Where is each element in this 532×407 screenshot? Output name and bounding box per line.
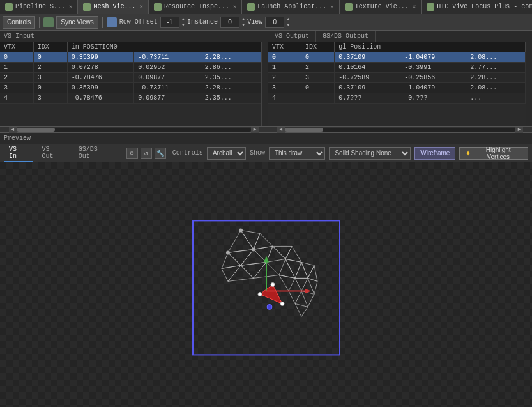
svg-marker-4 bbox=[228, 249, 254, 265]
cell: 2 bbox=[33, 63, 67, 73]
tool-icon-btn[interactable]: 🔧 bbox=[155, 148, 166, 159]
scroll-right-out[interactable]: ► bbox=[515, 127, 523, 133]
vs-output-tab[interactable]: VS Output bbox=[268, 31, 316, 42]
tab-resource-close[interactable]: ✕ bbox=[233, 3, 236, 10]
svg-marker-25 bbox=[295, 303, 308, 316]
wireframe-button[interactable]: Wireframe bbox=[414, 147, 455, 160]
row-offset-label: Row Offset bbox=[119, 19, 158, 26]
highlight-vertices-button[interactable]: ✦ Highlight Vertices bbox=[459, 147, 528, 160]
table-row[interactable]: 4 3 -0.78476 0.09877 2.35... bbox=[0, 93, 261, 104]
vs-output-hscroll[interactable]: ◄ ► bbox=[268, 126, 532, 132]
vs-output-header-row: VTX IDX gl_Position bbox=[268, 42, 526, 52]
view-arrows[interactable]: ▲ ▼ bbox=[287, 17, 289, 28]
table-row[interactable]: 0 0 0.35399 -0.73711 2.28... bbox=[0, 52, 261, 63]
settings-icon-btn[interactable]: ⚙ bbox=[126, 148, 138, 159]
scroll-left-out[interactable]: ◄ bbox=[277, 127, 285, 133]
table-row[interactable]: 1 2 0.10164 -0.3991 2.77... bbox=[268, 63, 526, 73]
cell: -0.78476 bbox=[67, 73, 133, 83]
vs-output-col-idx: IDX bbox=[301, 42, 334, 52]
cell: 0.09877 bbox=[134, 93, 201, 104]
svg-marker-20 bbox=[279, 275, 295, 291]
controls-select[interactable]: Arcball bbox=[207, 147, 246, 160]
tab-resource-inspector[interactable]: Resource Inspe... ✕ bbox=[149, 0, 242, 14]
table-row[interactable]: 2 3 -0.78476 0.09877 2.35... bbox=[0, 73, 261, 83]
svg-marker-10 bbox=[228, 265, 254, 281]
gsds-output-tab[interactable]: GS/DS Output bbox=[316, 31, 376, 42]
shading-select[interactable]: Solid Shading None bbox=[329, 147, 411, 160]
cell: -0.72589 bbox=[335, 73, 400, 83]
cell: 0.37109 bbox=[335, 52, 400, 63]
scroll-thumb[interactable] bbox=[17, 128, 55, 132]
sync-icon bbox=[43, 17, 54, 27]
cell: 2.08... bbox=[466, 83, 526, 93]
tab-htc-icon bbox=[427, 3, 434, 11]
table-row[interactable]: 3 0 0.35399 -0.73711 2.28... bbox=[0, 83, 261, 93]
table-row[interactable]: 4 0.7??? -0.??? ... bbox=[268, 93, 526, 104]
svg-marker-5 bbox=[254, 246, 273, 262]
tab-launch-application[interactable]: Launch Applicat... ✕ bbox=[242, 0, 339, 14]
cell: -1.04079 bbox=[400, 83, 466, 93]
vs-input-vscroll[interactable] bbox=[261, 42, 268, 126]
vs-output-vscroll[interactable] bbox=[526, 42, 532, 126]
cell: -0.73711 bbox=[134, 83, 201, 93]
view-input[interactable] bbox=[265, 17, 284, 28]
row-offset-input[interactable] bbox=[160, 17, 179, 28]
tab-pipeline[interactable]: Pipeline S... ✕ bbox=[0, 0, 78, 14]
tab-mesh-close[interactable]: ✕ bbox=[139, 3, 142, 10]
scroll-right[interactable]: ► bbox=[251, 127, 259, 133]
vs-input-table: VTX IDX in_POSITION0 0 0 0.35399 -0.7371… bbox=[0, 42, 261, 104]
svg-marker-24 bbox=[301, 291, 314, 307]
preview-toolbar: VS In VS Out GS/DS Out ⚙ ↺ 🔧 Controls Ar… bbox=[0, 144, 532, 162]
cell: 0 bbox=[301, 52, 334, 63]
preview-tab-gsds-out[interactable]: GS/DS Out bbox=[73, 144, 118, 162]
cell: 0.35399 bbox=[67, 52, 133, 63]
svg-point-35 bbox=[239, 228, 243, 232]
scroll-left[interactable]: ◄ bbox=[9, 127, 17, 133]
table-row[interactable]: 2 3 -0.72589 -0.25856 2.28... bbox=[268, 73, 526, 83]
tab-pipeline-close[interactable]: ✕ bbox=[69, 3, 72, 10]
svg-marker-26 bbox=[260, 284, 282, 303]
cell: 0 bbox=[301, 83, 334, 93]
table-row[interactable]: 0 0 0.37109 -1.04079 2.08... bbox=[268, 52, 526, 63]
instance-arrows[interactable]: ▲ ▼ bbox=[242, 17, 245, 28]
toolbar-sep-2 bbox=[102, 17, 103, 28]
controls-button[interactable]: Controls bbox=[3, 16, 35, 29]
instance-input[interactable] bbox=[220, 17, 239, 28]
svg-marker-14 bbox=[285, 246, 301, 262]
tab-launch-icon bbox=[247, 3, 255, 11]
svg-marker-17 bbox=[295, 262, 308, 278]
tab-pipeline-icon bbox=[5, 3, 13, 11]
tab-launch-close[interactable]: ✕ bbox=[330, 3, 333, 10]
show-select[interactable]: This draw bbox=[269, 147, 326, 160]
cell: 0 bbox=[33, 52, 67, 63]
tab-texture-close[interactable]: ✕ bbox=[413, 3, 416, 10]
tab-htc-vive[interactable]: HTC Vive Focus Plus - com.vrm.unity.V...… bbox=[422, 0, 532, 14]
preview-canvas[interactable] bbox=[0, 162, 532, 407]
svg-marker-28 bbox=[264, 256, 269, 262]
row-offset-arrows[interactable]: ▲ ▼ bbox=[182, 17, 185, 28]
table-row[interactable]: 3 0 0.37109 -1.04079 2.08... bbox=[268, 83, 526, 93]
sync-views-button[interactable]: Sync Views bbox=[56, 16, 98, 29]
cell: 0.02952 bbox=[134, 63, 201, 73]
cell: 2.28... bbox=[466, 73, 526, 83]
cell: 4 bbox=[268, 93, 301, 104]
cell: -0.25856 bbox=[400, 73, 466, 83]
vs-input-hscroll[interactable]: ◄ ► bbox=[0, 126, 268, 132]
scroll-thumb-out[interactable] bbox=[285, 128, 323, 132]
vs-output-col-vtx: VTX bbox=[268, 42, 301, 52]
cell: 0.09877 bbox=[134, 73, 201, 83]
scroll-track[interactable] bbox=[17, 128, 251, 132]
scroll-track-out[interactable] bbox=[285, 128, 515, 132]
cell: 3 bbox=[33, 73, 67, 83]
tab-mesh-viewer[interactable]: Mesh Vie... ✕ bbox=[78, 0, 148, 14]
svg-marker-6 bbox=[241, 249, 266, 265]
wireframe-mesh bbox=[190, 217, 343, 358]
svg-marker-22 bbox=[308, 278, 317, 294]
preview-tab-vs-out[interactable]: VS Out bbox=[36, 144, 69, 162]
tab-texture-viewer[interactable]: Texture Vie... ✕ bbox=[340, 0, 422, 14]
vs-input-col-idx: IDX bbox=[33, 42, 67, 52]
vs-input-header: VS Input bbox=[0, 31, 268, 42]
reset-icon-btn[interactable]: ↺ bbox=[141, 148, 152, 159]
preview-tab-vs-in[interactable]: VS In bbox=[4, 144, 33, 162]
table-row[interactable]: 1 2 0.07278 0.02952 2.86... bbox=[0, 63, 261, 73]
